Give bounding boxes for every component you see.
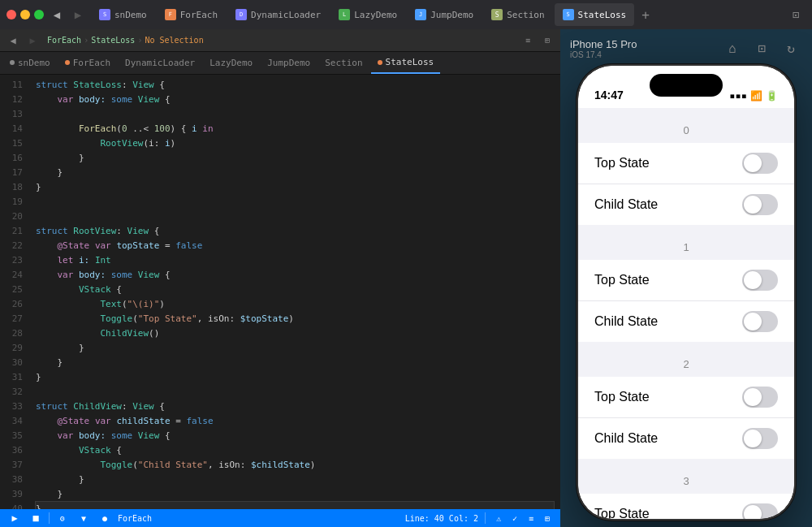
error-icon[interactable]: ✓ bbox=[508, 512, 521, 525]
row-label-0-0: Top State bbox=[594, 156, 742, 171]
line-number-13: 13 bbox=[0, 107, 23, 122]
code-line-37: Toggle("Child State", isOn: $childState) bbox=[36, 458, 554, 473]
warning-icon[interactable]: ⚠ bbox=[492, 512, 505, 525]
file-tab-stateloss[interactable]: StateLoss bbox=[371, 53, 441, 74]
build-icon[interactable]: ⚙ bbox=[54, 510, 71, 526]
row-2-0[interactable]: Top State bbox=[578, 377, 794, 418]
file-tab-jumpdemo[interactable]: JumpDemo bbox=[261, 53, 317, 74]
toggle-0-0[interactable] bbox=[742, 153, 778, 174]
toggle-1-1[interactable] bbox=[742, 311, 778, 332]
scheme-icon[interactable]: ▼ bbox=[76, 510, 92, 526]
code-line-18: } bbox=[36, 180, 554, 195]
screenshot-icon[interactable]: ⊡ bbox=[750, 37, 773, 60]
code-line-30: } bbox=[36, 356, 554, 370]
sim-controls: ⌂ ⊡ ↻ bbox=[721, 37, 802, 60]
inspector-icon[interactable]: ≡ bbox=[525, 512, 538, 525]
home-icon[interactable]: ⌂ bbox=[721, 37, 744, 60]
nav-back-button[interactable]: ◀ bbox=[49, 6, 65, 23]
back-icon[interactable]: ◀ bbox=[5, 32, 21, 49]
status-bar-left: ▶ ■ ⚙ ▼ ● ForEach bbox=[6, 510, 152, 526]
code-editor[interactable]: 1112131415161718192021222324252627282930… bbox=[0, 75, 560, 509]
new-tab-button[interactable]: + bbox=[636, 5, 655, 24]
code-line-21: struct RootView: View { bbox=[36, 224, 554, 239]
code-content[interactable]: struct StateLoss: View { var body: some … bbox=[29, 75, 560, 509]
line-number-39: 39 bbox=[0, 487, 23, 502]
row-0-1[interactable]: Child State bbox=[578, 184, 794, 225]
line-number-35: 35 bbox=[0, 429, 23, 443]
rotate-icon[interactable]: ↻ bbox=[780, 37, 802, 60]
file-tab-dynamicloader[interactable]: DynamicLoader bbox=[119, 53, 201, 74]
line-number-38: 38 bbox=[0, 473, 23, 487]
file-tab-section[interactable]: Section bbox=[318, 53, 369, 74]
phone-content[interactable]: 0Top StateChild State1Top StateChild Sta… bbox=[578, 108, 794, 519]
file-tab-foreach[interactable]: ForEach bbox=[58, 53, 117, 74]
grid-icon[interactable]: ⊞ bbox=[539, 32, 555, 49]
code-line-25: VStack { bbox=[36, 283, 554, 297]
code-line-14: ForEach(0 ..< 100) { i in bbox=[36, 122, 554, 136]
expand-button[interactable]: ⊡ bbox=[786, 5, 806, 24]
toggle-1-0[interactable] bbox=[742, 270, 778, 291]
line-number-17: 17 bbox=[0, 166, 23, 180]
tab-dynamicloader[interactable]: D DynamicLoader bbox=[227, 3, 329, 26]
file-tab-lazydemo[interactable]: LazyDemo bbox=[203, 53, 259, 74]
code-line-32 bbox=[36, 385, 554, 400]
play-icon[interactable]: ▶ bbox=[6, 510, 23, 526]
row-label-0-1: Child State bbox=[594, 197, 742, 212]
line-number-23: 23 bbox=[0, 253, 23, 268]
line-number-12: 12 bbox=[0, 93, 23, 107]
code-line-22: @State var topState = false bbox=[36, 239, 554, 253]
tab-lazydemo[interactable]: L LazyDemo bbox=[330, 3, 405, 26]
line-number-19: 19 bbox=[0, 195, 23, 210]
line-number-15: 15 bbox=[0, 136, 23, 151]
nav-forward-button[interactable]: ▶ bbox=[70, 6, 86, 23]
close-button[interactable] bbox=[6, 10, 16, 19]
breadcrumb-stateloss[interactable]: StateLoss bbox=[91, 36, 135, 45]
section-header-3: 3 bbox=[578, 459, 794, 494]
row-label-1-1: Child State bbox=[594, 314, 742, 329]
tab-foreach[interactable]: F ForEach bbox=[157, 3, 226, 26]
tab-icon-foreach: F bbox=[165, 9, 176, 20]
row-2-1[interactable]: Child State bbox=[578, 418, 794, 459]
file-dot-stateloss bbox=[378, 60, 382, 65]
breadcrumb-noselection: No Selection bbox=[145, 36, 203, 45]
tab-jumpdemo[interactable]: J JumpDemo bbox=[407, 3, 482, 26]
line-col-text: Line: 40 Col: 2 bbox=[405, 514, 478, 523]
toggle-3-0[interactable] bbox=[742, 503, 778, 519]
iphone-device: 14:47 ▪▪▪ 📶 🔋 0Top StateChild State1Top … bbox=[577, 64, 796, 521]
code-line-31: } bbox=[36, 370, 554, 385]
code-line-23: let i: Int bbox=[36, 253, 554, 268]
file-dot-foreach bbox=[65, 60, 70, 65]
tab-sndemo[interactable]: S snDemo bbox=[91, 3, 155, 26]
minimize-button[interactable] bbox=[20, 10, 30, 19]
library-icon[interactable]: ⊞ bbox=[541, 512, 554, 525]
top-bar-tabs: S snDemo F ForEach D DynamicLoader L Laz… bbox=[91, 3, 781, 26]
run-dest-icon[interactable]: ● bbox=[97, 510, 113, 526]
tab-section[interactable]: S Section bbox=[483, 3, 552, 26]
tab-icon-dynamicloader: D bbox=[235, 9, 247, 20]
simulator-panel: iPhone 15 Pro iOS 17.4 ⌂ ⊡ ↻ 14:47 ▪▪▪ 📶 bbox=[560, 29, 812, 527]
code-line-17: } bbox=[36, 166, 554, 180]
row-1-0[interactable]: Top State bbox=[578, 260, 794, 301]
adjust-icon[interactable]: ≡ bbox=[520, 32, 536, 49]
forward-icon[interactable]: ▶ bbox=[24, 32, 41, 49]
stop-icon[interactable]: ■ bbox=[28, 510, 44, 526]
line-number-33: 33 bbox=[0, 400, 23, 414]
toggle-2-1[interactable] bbox=[742, 428, 778, 449]
breadcrumb-foreach[interactable]: ForEach bbox=[47, 36, 81, 45]
line-number-14: 14 bbox=[0, 122, 23, 136]
row-0-0[interactable]: Top State bbox=[578, 143, 794, 184]
section-header-0: 0 bbox=[578, 108, 794, 143]
row-3-0[interactable]: Top State bbox=[578, 494, 794, 519]
target-label: ForEach bbox=[118, 514, 152, 523]
tab-stateloss[interactable]: S StateLoss bbox=[555, 3, 635, 26]
tab-icon-section: S bbox=[491, 9, 503, 20]
file-tab-sndemo[interactable]: snDemo bbox=[3, 53, 57, 74]
row-1-1[interactable]: Child State bbox=[578, 301, 794, 342]
maximize-button[interactable] bbox=[34, 10, 44, 19]
breadcrumb: ForEach › StateLoss › No Selection bbox=[47, 36, 204, 45]
section-header-1: 1 bbox=[578, 225, 794, 260]
toggle-0-1[interactable] bbox=[742, 194, 778, 215]
tab-icon-stateloss: S bbox=[563, 9, 574, 20]
file-dot-sndemo bbox=[10, 60, 15, 65]
toggle-2-0[interactable] bbox=[742, 387, 778, 408]
